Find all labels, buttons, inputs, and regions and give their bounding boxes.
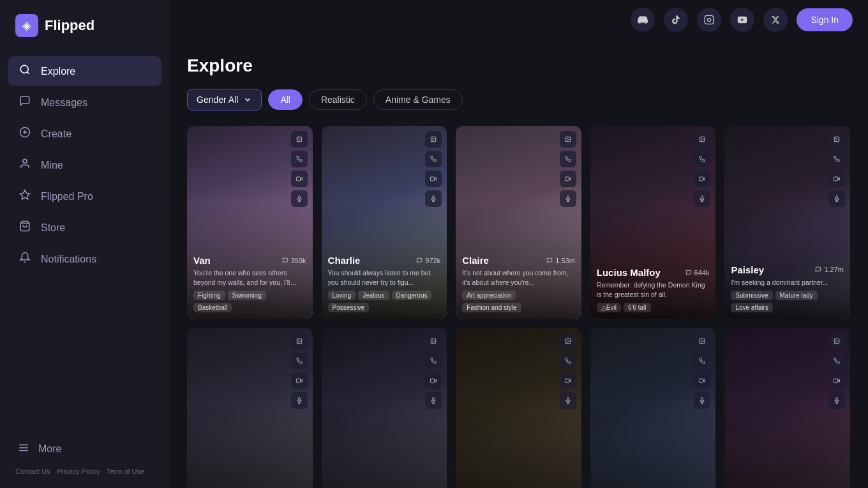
card-video-btn[interactable]	[560, 372, 576, 389]
card-video-btn[interactable]	[694, 171, 710, 187]
card-call-btn[interactable]	[425, 353, 442, 369]
card-image-btn[interactable]	[291, 333, 308, 349]
card-connor[interactable]: Connor 452k	[456, 328, 581, 488]
card-tracey[interactable]: Tracey 1.17m	[724, 328, 850, 488]
card-call-btn[interactable]	[425, 151, 442, 167]
svg-rect-23	[431, 177, 435, 181]
sidebar-label-mine: Mine	[41, 160, 63, 171]
card-image-btn[interactable]	[425, 333, 442, 349]
sidebar-item-mine[interactable]: Mine	[8, 150, 161, 180]
discord-icon[interactable]	[631, 8, 655, 32]
filter-all[interactable]: All	[268, 89, 303, 110]
card-lucius[interactable]: Lucius Malfoy 644k Remember: defying the…	[590, 126, 716, 319]
svg-point-15	[298, 138, 299, 139]
card-mic-btn[interactable]	[291, 190, 308, 207]
sidebar-item-create[interactable]: Create	[8, 119, 161, 149]
filter-realistic[interactable]: Realistic	[309, 89, 367, 110]
card-mic-btn[interactable]	[291, 392, 308, 409]
svg-marker-22	[435, 178, 437, 180]
logo[interactable]: ◈ Flipped	[0, 0, 169, 51]
card-mic-btn[interactable]	[560, 392, 576, 409]
card-dominic[interactable]: Dominic De... 1.21m	[322, 328, 447, 488]
privacy-policy-link[interactable]: Privacy Policy	[56, 468, 100, 475]
card-louis[interactable]: Louis 278k	[590, 328, 716, 488]
card-video-btn[interactable]	[291, 372, 308, 389]
card-name: Van	[193, 255, 211, 266]
card-image-btn[interactable]	[694, 131, 710, 148]
card-mic-btn[interactable]	[425, 392, 442, 409]
filter-anime-games[interactable]: Anime & Games	[373, 89, 463, 110]
card-actions	[828, 333, 845, 409]
sign-in-button[interactable]: Sign In	[797, 8, 853, 31]
card-actions	[291, 333, 308, 409]
svg-point-27	[567, 138, 567, 139]
create-icon	[18, 126, 32, 141]
card-call-btn[interactable]	[560, 151, 576, 167]
tiktok-icon[interactable]	[664, 8, 688, 32]
tag: △Evil	[597, 303, 621, 312]
card-video-btn[interactable]	[425, 171, 442, 187]
tag: Swimming	[228, 291, 266, 300]
card-call-btn[interactable]	[694, 151, 710, 167]
tag: Mature lady	[775, 291, 818, 300]
card-tags: FightingSwimmingBasketball	[193, 291, 306, 312]
card-charlie[interactable]: Charlie 972k You should always listen to…	[322, 126, 447, 319]
svg-rect-71	[834, 379, 837, 383]
card-paisley[interactable]: Paisley 1.27m I'm seeking a dominant par…	[724, 126, 850, 319]
card-mic-btn[interactable]	[425, 190, 442, 207]
card-comments: 1.27m	[815, 266, 844, 273]
instagram-icon[interactable]	[697, 8, 721, 32]
card-mic-btn[interactable]	[694, 392, 710, 409]
contact-us-link[interactable]: Contact Us	[15, 468, 50, 475]
sidebar-item-explore[interactable]: Explore	[8, 56, 161, 86]
card-video-btn[interactable]	[560, 171, 576, 187]
svg-rect-41	[834, 177, 837, 181]
card-call-btn[interactable]	[694, 353, 710, 369]
card-tags: LovingJealousDangerousPossessive	[328, 291, 441, 312]
tag: Dangerous	[392, 291, 432, 300]
card-call-btn[interactable]	[828, 151, 845, 167]
card-nelson[interactable]: Nelson 447k	[187, 328, 313, 488]
svg-rect-17	[296, 177, 300, 181]
card-video-btn[interactable]	[694, 372, 710, 389]
card-mic-btn[interactable]	[560, 190, 576, 207]
card-header-row: Lucius Malfoy 644k	[597, 267, 710, 278]
card-image-btn[interactable]	[560, 333, 576, 349]
sidebar-more[interactable]: More	[15, 436, 154, 462]
svg-line-1	[27, 72, 29, 73]
card-image-btn[interactable]	[694, 333, 710, 349]
card-call-btn[interactable]	[560, 353, 576, 369]
card-call-btn[interactable]	[291, 151, 308, 167]
svg-rect-47	[296, 379, 300, 383]
twitter-icon[interactable]	[763, 8, 788, 32]
card-desc: Remember: defying the Demon King is the …	[597, 280, 710, 299]
card-image-btn[interactable]	[425, 131, 442, 148]
notifications-icon	[18, 252, 32, 266]
card-image-btn[interactable]	[560, 131, 576, 148]
card-claire[interactable]: Claire 1.53m It's not about where you co…	[456, 126, 581, 319]
card-mic-btn[interactable]	[828, 190, 845, 207]
youtube-icon[interactable]	[730, 8, 754, 32]
sidebar-item-store[interactable]: Store	[8, 213, 161, 243]
card-video-btn[interactable]	[425, 372, 442, 389]
card-call-btn[interactable]	[291, 353, 308, 369]
svg-marker-40	[838, 178, 840, 180]
svg-point-21	[432, 138, 433, 139]
sidebar-links: Contact Us Privacy Policy Term of Use	[15, 468, 154, 475]
card-video-btn[interactable]	[828, 372, 845, 389]
card-video-btn[interactable]	[291, 171, 308, 187]
gender-filter-dropdown[interactable]: Gender All	[187, 89, 262, 111]
card-image-btn[interactable]	[828, 333, 845, 349]
card-image-btn[interactable]	[828, 131, 845, 148]
card-video-btn[interactable]	[828, 171, 845, 187]
card-mic-btn[interactable]	[828, 392, 845, 409]
term-of-use-link[interactable]: Term of Use	[107, 468, 144, 475]
sidebar-item-notifications[interactable]: Notifications	[8, 244, 161, 274]
card-van[interactable]: Van 359k You're the one who sees others …	[187, 126, 313, 319]
card-mic-btn[interactable]	[694, 190, 710, 207]
card-bottom: Claire 1.53m It's not about where you co…	[456, 248, 581, 319]
card-call-btn[interactable]	[828, 353, 845, 369]
sidebar-item-messages[interactable]: Messages	[8, 88, 161, 118]
card-image-btn[interactable]	[291, 131, 308, 148]
sidebar-item-flipped-pro[interactable]: Flipped Pro	[8, 181, 161, 211]
